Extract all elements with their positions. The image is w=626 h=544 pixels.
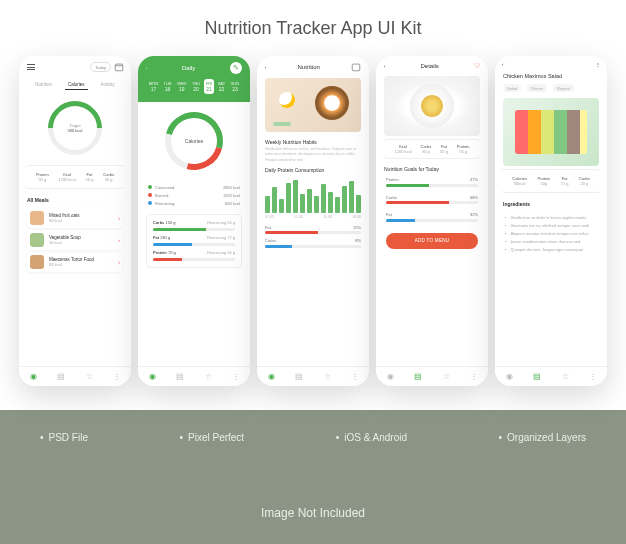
- back-icon[interactable]: ‹: [146, 66, 147, 71]
- nav-more-icon[interactable]: ⋮: [351, 373, 359, 381]
- nav-more-icon[interactable]: ⋮: [470, 373, 478, 381]
- nav-more-icon[interactable]: ⋮: [113, 373, 121, 381]
- calendar-icon[interactable]: [351, 62, 361, 72]
- tab-dinner[interactable]: Dinner: [527, 84, 547, 92]
- meal-item[interactable]: Maecenas Tortor Food83 kcal›: [27, 252, 123, 272]
- day-mon[interactable]: MON17: [147, 79, 160, 94]
- day-sun[interactable]: SUN23: [229, 79, 241, 94]
- ingredient-item: Quisque dui sem, feugiat eget consequat: [505, 245, 597, 253]
- legend-value: 600 kcal: [225, 201, 240, 206]
- nutrition-title: Nutrition: [298, 64, 320, 70]
- legend-label: Burned:: [155, 193, 169, 198]
- nav-star-icon[interactable]: ☆: [85, 373, 93, 381]
- day-tue[interactable]: TUE18: [162, 79, 174, 94]
- details-title: Details: [421, 63, 439, 69]
- goal-pct: 68%: [470, 195, 478, 200]
- meal-cal: 90 kcal: [49, 218, 113, 223]
- macro-pct: 15%: [353, 225, 361, 230]
- nav-book-icon[interactable]: ▤: [414, 373, 422, 381]
- recipe-image: [503, 98, 599, 166]
- nav-more-icon[interactable]: ⋮: [589, 373, 597, 381]
- remaining-label: Remaining: [207, 235, 226, 240]
- tab-calories[interactable]: Calories: [65, 80, 88, 90]
- meal-item[interactable]: Mixed fruit oats90 kcal›: [27, 208, 123, 228]
- nav-star-icon[interactable]: ☆: [442, 373, 450, 381]
- day-fri[interactable]: FRI21: [204, 79, 214, 94]
- nav-star-icon[interactable]: ☆: [204, 373, 212, 381]
- nav-book-icon[interactable]: ▤: [295, 373, 303, 381]
- protein-chart: [265, 179, 361, 213]
- nav-home-icon[interactable]: ◉: [386, 373, 394, 381]
- macro-pct: 8%: [355, 238, 361, 243]
- footer-note: Image Not Included: [0, 506, 626, 520]
- nav-star-icon[interactable]: ☆: [323, 373, 331, 381]
- goal-pct: 47%: [470, 177, 478, 182]
- heart-icon[interactable]: ♡: [474, 62, 480, 70]
- stat-value: 90 g: [36, 177, 49, 182]
- screen-nutrition: ‹ Nutrition Weekly Nutrition Habits Vest…: [257, 56, 369, 386]
- meal-cal: 83 kcal: [49, 262, 113, 267]
- goals-title: Nutrition Goals for Today: [376, 162, 488, 174]
- screen-daily: ‹ Daily ✎ MON17 TUE18 WED19 THU20 FRI21 …: [138, 56, 250, 386]
- add-fab[interactable]: ✎: [230, 62, 242, 74]
- nav-home-icon[interactable]: ◉: [29, 373, 37, 381]
- goal-label: Protein: [386, 177, 399, 182]
- day-sat[interactable]: SAT22: [216, 79, 227, 94]
- svg-rect-1: [352, 64, 360, 71]
- meal-item[interactable]: Vegetable Soup56 kcal›: [27, 230, 123, 250]
- tab-repeat[interactable]: Repeat: [553, 84, 574, 92]
- nav-home-icon[interactable]: ◉: [148, 373, 156, 381]
- back-icon[interactable]: ‹: [384, 64, 385, 69]
- legend-label: Remaining:: [155, 201, 175, 206]
- x-tick: 07.00: [265, 215, 274, 219]
- stat-value: 50g: [537, 181, 550, 186]
- dish-image: [384, 76, 480, 136]
- nav-more-icon[interactable]: ⋮: [232, 373, 240, 381]
- remaining-label: Remaining: [207, 220, 226, 225]
- remaining-label: Remaining: [207, 250, 226, 255]
- nav-home-icon[interactable]: ◉: [267, 373, 275, 381]
- feature-psd: PSD File: [40, 432, 88, 443]
- day-thu[interactable]: THU20: [190, 79, 202, 94]
- back-icon[interactable]: ‹: [265, 65, 266, 70]
- ingredients-title: Ingredients: [495, 195, 607, 210]
- today-pill[interactable]: Today: [90, 62, 111, 72]
- nut-remaining: 72 g: [227, 235, 235, 240]
- day-wed[interactable]: WED19: [175, 79, 188, 94]
- x-tick: 15.00: [323, 215, 332, 219]
- calories-ring: Calories: [154, 101, 233, 180]
- chevron-right-icon: ›: [118, 237, 120, 243]
- nav-book-icon[interactable]: ▤: [57, 373, 65, 381]
- nut-amount: 230 g: [160, 235, 170, 240]
- macro-label: Carbs: [265, 238, 276, 243]
- back-icon[interactable]: ‹: [502, 62, 503, 67]
- chevron-right-icon: ›: [118, 259, 120, 265]
- page-title: Nutrition Tracker App UI Kit: [0, 18, 626, 39]
- legend-value: 2000 kcal: [223, 185, 240, 190]
- stat-value: 50 g: [440, 149, 448, 154]
- tab-nutrition[interactable]: Nutrition: [32, 80, 55, 90]
- menu-icon[interactable]: [26, 62, 36, 72]
- add-to-menu-button[interactable]: ADD TO MENU: [386, 233, 478, 249]
- screen-recipe: ‹ ⋮ Chicken Maximus Salad Salad Dinner R…: [495, 56, 607, 386]
- tab-salad[interactable]: Salad: [503, 84, 521, 92]
- calendar-icon[interactable]: [114, 62, 124, 72]
- ingredient-item: Venenatis est eu, eleifend semper nunc s…: [505, 221, 597, 229]
- screen-dashboard: Today Nutrition Calories Activity Target…: [19, 56, 131, 386]
- nav-star-icon[interactable]: ☆: [561, 373, 569, 381]
- tab-activity[interactable]: Activity: [98, 80, 118, 90]
- nav-home-icon[interactable]: ◉: [505, 373, 513, 381]
- nut-amount: 70 g: [168, 250, 176, 255]
- chart-title: Daily Protein Consumption: [257, 163, 369, 175]
- ingredient-item: Vestibulum sit dolor in lectus sagittis …: [505, 213, 597, 221]
- x-tick: 12.00: [294, 215, 303, 219]
- feature-pixel: Pixel Perfect: [180, 432, 245, 443]
- nav-book-icon[interactable]: ▤: [533, 373, 541, 381]
- stat-value: 20 g: [579, 181, 590, 186]
- feature-layers: Organized Layers: [499, 432, 586, 443]
- nav-book-icon[interactable]: ▤: [176, 373, 184, 381]
- calories-label: Calories: [171, 118, 217, 164]
- nut-name: Fat: [153, 235, 159, 240]
- more-icon[interactable]: ⋮: [596, 62, 600, 67]
- goal-label: Carbs: [386, 195, 397, 200]
